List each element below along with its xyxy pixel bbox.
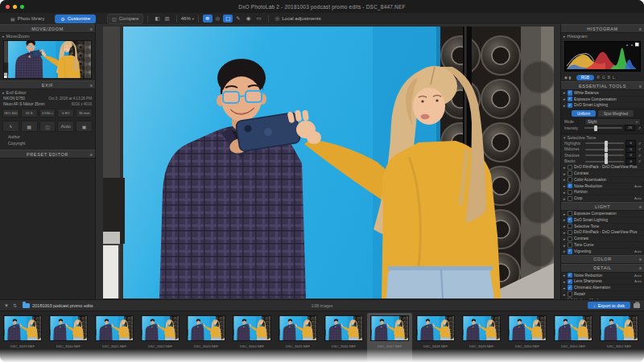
tab-photo-library[interactable]: ▤ Photo library xyxy=(5,14,50,23)
tool-row[interactable]: ▸ ✓ Noise Reduction Auto xyxy=(561,183,644,190)
copyright-field[interactable]: Copyright xyxy=(0,140,95,146)
slider-track[interactable] xyxy=(585,149,624,150)
tool-checkbox[interactable]: ✓ xyxy=(568,249,573,254)
tool-row[interactable]: ▸ ✓ Exposure Compensation xyxy=(561,211,644,217)
tool-row[interactable]: ▸ ✓ Contrast xyxy=(561,236,644,242)
thumbnail-image[interactable] xyxy=(187,315,225,341)
menu-icon[interactable]: ≡ xyxy=(639,27,642,31)
thumbnail-image[interactable] xyxy=(49,315,88,341)
tool-checkbox[interactable]: ✓ xyxy=(568,165,573,171)
filmstrip-thumbnail[interactable]: DSC_8443.NEF xyxy=(184,313,229,362)
thumbnail-image[interactable] xyxy=(600,315,638,341)
levels-icon[interactable]: ▮ xyxy=(569,75,572,80)
slider-thumb[interactable] xyxy=(605,153,608,158)
filmstrip-thumbnail[interactable]: DSC_8440.NEF xyxy=(46,313,91,362)
tool-checkbox[interactable]: ✓ xyxy=(568,230,573,236)
tool-row[interactable]: ▸ ✓ Vignetting Auto xyxy=(561,249,644,255)
tool-row[interactable]: ▸ ✓ Repair xyxy=(561,291,644,298)
thumbnail-image[interactable] xyxy=(233,315,271,341)
tool-row[interactable]: ▸ ✓ DxO FilmPack - DxO ClearView Plus xyxy=(561,230,644,237)
reset-icon[interactable]: ↺ xyxy=(638,154,641,158)
slider-thumb[interactable] xyxy=(605,158,608,164)
preset-editor-header[interactable]: PRESET EDITOR ≡ xyxy=(0,150,95,158)
tool-checkbox[interactable]: ✓ xyxy=(568,217,573,223)
thumbnail-image[interactable] xyxy=(3,315,42,341)
tool-row[interactable]: ▸ ✓ Exposure Compensation xyxy=(561,97,644,103)
tool-checkbox[interactable]: ✓ xyxy=(568,273,573,278)
local-adjustments-icon[interactable]: ◎ xyxy=(273,14,283,23)
exif-chip[interactable]: 1/160 s xyxy=(39,109,56,117)
tool-row[interactable]: ▸ ✓ Lens Sharpness Auto xyxy=(561,279,644,286)
channel-letter-button[interactable]: L xyxy=(611,76,616,80)
exif-chip[interactable]: 0 EV xyxy=(57,109,74,117)
filmstrip-thumbnail[interactable]: DSC_8450.NEF xyxy=(505,313,550,362)
exif-icon-chip[interactable]: Auto xyxy=(57,121,74,132)
tool-checkbox[interactable]: ✓ xyxy=(568,171,573,176)
tool-icon[interactable]: ⊕ xyxy=(203,14,212,23)
slider-thumb[interactable] xyxy=(605,141,608,146)
menu-icon[interactable]: ≡ xyxy=(639,84,642,88)
tool-checkbox[interactable]: ✓ xyxy=(568,196,573,202)
reset-icon[interactable]: ↺ xyxy=(638,142,641,146)
filmstrip-thumbnail[interactable]: DSC_8447.NEF xyxy=(367,313,412,362)
exif-icon-chip[interactable]: ▦ xyxy=(21,121,38,132)
tool-row[interactable]: ▸ ✓ DxO FilmPack - DxO ClearView Plus xyxy=(561,164,644,171)
eyedropper-icon[interactable]: ◆ xyxy=(564,75,568,80)
main-photo[interactable] xyxy=(103,27,554,298)
thumbnail-image[interactable] xyxy=(462,315,501,341)
tool-checkbox[interactable]: ✓ xyxy=(568,90,573,96)
thumbnail-image[interactable] xyxy=(95,315,134,341)
thumbnail-image[interactable] xyxy=(416,315,455,341)
exif-chip[interactable]: f/2.8 xyxy=(21,109,38,117)
tool-row[interactable]: ▸ ✓ White Balance xyxy=(561,90,644,97)
move-zoom-row[interactable]: ▸ Move/Zoom xyxy=(0,33,95,39)
exif-icon-chip[interactable]: ▣ xyxy=(76,121,93,132)
tool-icon[interactable]: ◎ xyxy=(213,14,223,23)
menu-icon[interactable]: ≡ xyxy=(90,83,93,88)
essential-tools-header[interactable]: ESSENTIAL TOOLS ≡ xyxy=(561,81,644,90)
menu-icon[interactable]: ≡ xyxy=(639,265,642,270)
reset-icon[interactable]: ↺ xyxy=(638,147,641,151)
tool-checkbox[interactable]: ✓ xyxy=(568,97,573,102)
histogram-header[interactable]: HISTOGRAM ≡ xyxy=(561,24,644,33)
grid-view-icon[interactable]: ▥ xyxy=(163,14,172,23)
exif-chip[interactable]: ISO 400 xyxy=(2,109,19,117)
tool-row[interactable]: ▸ ✓ Horizon xyxy=(561,190,644,196)
filmstrip-thumbnail[interactable]: DSC_8439.NEF xyxy=(0,313,45,362)
histogram-row[interactable]: ▸ Histogram xyxy=(561,33,644,39)
tool-row[interactable]: ▸ ✓ Contrast xyxy=(561,171,644,177)
menu-icon[interactable]: ≡ xyxy=(639,257,642,261)
filmstrip-thumbnail[interactable]: DSC_8444.NEF xyxy=(229,313,275,362)
slider-track[interactable] xyxy=(585,142,624,144)
tool-checkbox[interactable]: ✓ xyxy=(568,211,573,216)
tool-row[interactable]: ▸ ✓ Chromatic Aberration xyxy=(561,285,644,291)
exif-chip[interactable]: 35 mm xyxy=(76,109,93,117)
tool-row[interactable]: ▸ ✓ Noise Reduction Auto xyxy=(561,273,644,279)
spot-weighted-button[interactable]: Spot Weighted xyxy=(598,110,634,117)
uniform-button[interactable]: Uniform xyxy=(572,110,596,117)
navigator-thumbnail[interactable] xyxy=(3,40,92,79)
local-adjustments-label[interactable]: Local adjustments xyxy=(282,16,320,21)
menu-icon[interactable]: ≡ xyxy=(639,204,642,209)
filmstrip-thumbnail[interactable]: DSC_8452.NEF xyxy=(597,313,642,362)
tool-checkbox[interactable]: ✓ xyxy=(568,103,573,109)
thumbnail-image[interactable] xyxy=(141,315,180,341)
author-field[interactable]: Author xyxy=(0,134,95,140)
tool-checkbox[interactable]: ✓ xyxy=(568,183,573,189)
filmstrip-thumbnail[interactable]: DSC_8451.NEF xyxy=(551,313,596,362)
slider-thumb[interactable] xyxy=(594,125,597,131)
thumbnail-image[interactable] xyxy=(324,315,363,341)
menu-icon[interactable]: ≡ xyxy=(90,152,93,157)
tool-checkbox[interactable]: ✓ xyxy=(568,242,573,248)
rgb-channel-button[interactable]: RGB xyxy=(576,75,594,80)
channel-letter-button[interactable]: G xyxy=(601,76,607,80)
tool-row[interactable]: ▸ ✓ Tone Curve xyxy=(561,242,644,249)
slider-track[interactable] xyxy=(585,161,624,162)
tool-checkbox[interactable]: ✓ xyxy=(568,291,573,297)
tool-checkbox[interactable]: ✓ xyxy=(568,177,573,183)
tool-checkbox[interactable]: ✓ xyxy=(568,190,573,195)
filmstrip-thumbnail[interactable]: DSC_8442.NEF xyxy=(138,313,183,362)
tool-icon[interactable]: ◉ xyxy=(244,14,254,23)
exif-icon-chip[interactable]: ◫ xyxy=(39,121,56,132)
tool-row[interactable]: ▸ ✓ Selective Tone xyxy=(561,224,644,230)
